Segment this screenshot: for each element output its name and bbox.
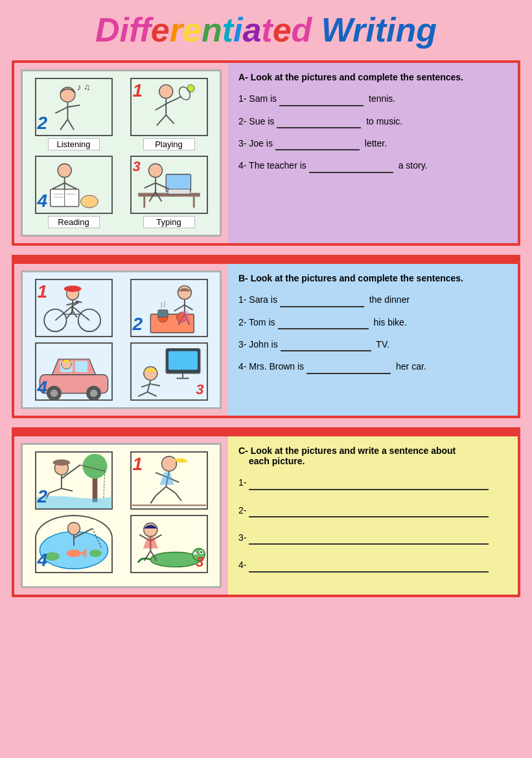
svg-point-56 <box>178 286 191 300</box>
svg-point-7 <box>187 85 194 92</box>
svg-line-75 <box>147 381 150 392</box>
svg-line-79 <box>150 384 159 386</box>
divider-bc <box>12 427 520 434</box>
svg-point-103 <box>66 550 81 557</box>
question-c3: 3- <box>238 530 507 545</box>
number-badge-4: 4 <box>38 191 48 211</box>
svg-line-12 <box>155 104 165 110</box>
question-b1: 1- Sara is the dinner <box>238 292 507 307</box>
svg-rect-30 <box>168 189 190 195</box>
svg-rect-64 <box>75 361 87 372</box>
question-a4: 4- The teacher is a story. <box>238 158 507 172</box>
svg-point-66 <box>50 390 57 397</box>
svg-line-5 <box>60 119 67 130</box>
question-a3: 3- Joe is letter. <box>238 136 507 150</box>
svg-line-97 <box>166 487 175 493</box>
section-a: 2 ♪ ♫ <box>12 60 520 246</box>
svg-text:♪ ♫: ♪ ♫ <box>76 82 89 92</box>
question-b3: 3- John is TV. <box>238 337 507 351</box>
instruction-a: A- Look at the pictures and complete the… <box>238 72 507 82</box>
picture-car: 4 <box>35 342 113 401</box>
divider-ab <box>12 255 520 261</box>
number-badge-3: 3 <box>133 158 141 211</box>
svg-point-51 <box>64 286 81 292</box>
label-typing: Typing <box>143 216 195 228</box>
svg-line-34 <box>144 183 155 188</box>
question-c4: 4- <box>238 558 507 572</box>
svg-line-4 <box>67 105 80 107</box>
svg-point-91 <box>161 456 176 471</box>
svg-point-111 <box>200 551 202 553</box>
svg-line-13 <box>156 115 165 126</box>
question-b4: 4- Mrs. Brown is her car. <box>238 359 507 373</box>
svg-line-18 <box>64 183 76 189</box>
svg-line-77 <box>147 392 156 397</box>
questions-panel-c: C- Look at the pictures and write a sent… <box>228 436 518 595</box>
svg-point-83 <box>52 460 70 466</box>
svg-line-90 <box>103 471 104 499</box>
svg-point-68 <box>89 390 97 397</box>
section-b: 1 <box>12 261 520 418</box>
svg-line-3 <box>55 107 67 113</box>
svg-rect-55 <box>157 310 167 317</box>
svg-point-31 <box>148 164 162 178</box>
picture-pond: 4 <box>35 515 113 573</box>
svg-point-24 <box>80 195 98 207</box>
svg-line-48 <box>66 303 73 305</box>
section-c: 2 <box>12 434 520 597</box>
picture-playing: 1 <box>130 78 208 150</box>
question-b2: 2- Tom is his bike. <box>238 315 507 329</box>
picture-tv: 3 <box>130 342 208 401</box>
picture-listening: 2 ♪ ♫ <box>35 78 113 150</box>
pictures-panel-c: 2 <box>21 443 222 588</box>
number-badge-1: 1 <box>133 80 143 134</box>
questions-panel-a: A- Look at the pictures and complete the… <box>228 63 518 243</box>
picture-fishing1: 2 <box>35 451 113 510</box>
svg-line-6 <box>67 119 74 130</box>
picture-bike: 1 <box>35 279 113 337</box>
label-playing: Playing <box>143 138 195 150</box>
pictures-panel-a: 2 ♪ ♫ <box>21 69 222 237</box>
svg-point-15 <box>58 164 71 178</box>
picture-crocodile: 3 <box>130 515 208 573</box>
label-reading: Reading <box>48 216 100 228</box>
picture-running: 1 <box>130 451 208 510</box>
questions-panel-b: B- Look at the pictures and complete the… <box>228 264 518 416</box>
svg-line-96 <box>150 496 156 503</box>
svg-line-14 <box>166 115 174 124</box>
picture-typing: 3 <box>130 156 208 228</box>
question-a2: 2- Sue is to music. <box>238 114 507 128</box>
svg-line-98 <box>175 493 181 501</box>
svg-line-58 <box>174 305 184 311</box>
svg-point-104 <box>67 523 80 535</box>
label-listening: Listening <box>48 138 100 150</box>
svg-rect-71 <box>168 351 198 370</box>
svg-point-8 <box>159 85 172 99</box>
svg-line-95 <box>155 487 165 496</box>
svg-line-17 <box>52 183 64 189</box>
question-c1: 1- <box>238 475 507 490</box>
svg-point-102 <box>89 550 101 557</box>
svg-line-39 <box>55 306 72 320</box>
picture-cooking: 2 <box>130 279 208 337</box>
pictures-panel-b: 1 <box>21 270 222 409</box>
instruction-c: C- Look at the pictures and write a sent… <box>238 445 507 466</box>
picture-reading: 4 <box>35 156 113 228</box>
number-badge-2: 2 <box>38 113 48 134</box>
instruction-b: B- Look at the pictures and complete the… <box>238 273 507 283</box>
svg-line-76 <box>138 392 147 397</box>
svg-line-85 <box>49 489 61 493</box>
svg-line-49 <box>66 311 73 318</box>
question-a1: 1- Sam is tennis. <box>238 91 507 106</box>
svg-line-59 <box>184 305 192 310</box>
question-c2: 2- <box>238 503 507 517</box>
svg-line-87 <box>61 489 72 492</box>
page-title: Differentiated Writing <box>12 12 520 49</box>
